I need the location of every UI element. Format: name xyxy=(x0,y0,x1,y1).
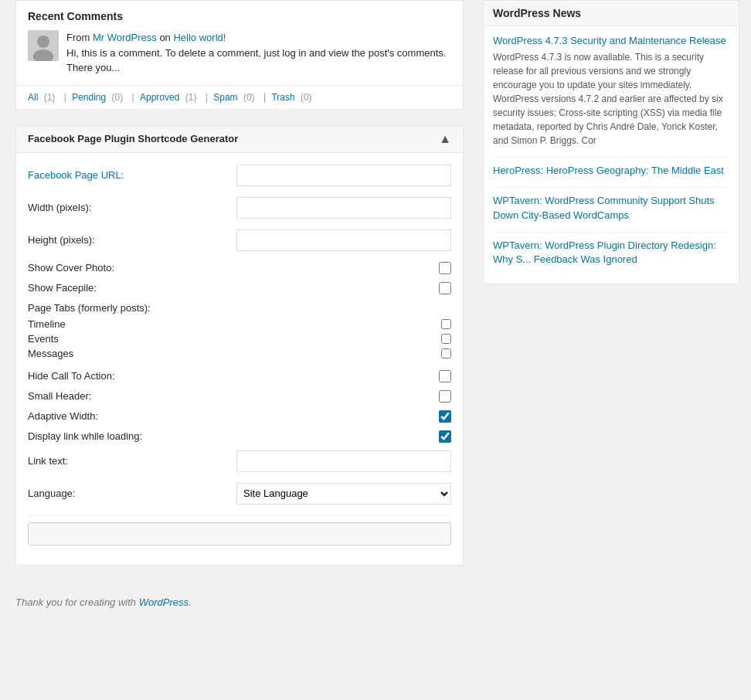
news-divider-0 xyxy=(493,157,729,158)
width-label: Width (pixels): xyxy=(28,202,236,213)
page-url-label: Facebook Page URL: xyxy=(28,169,236,181)
collapse-arrow-icon[interactable]: ▲ xyxy=(439,132,451,146)
news-item-title-3[interactable]: WPTavern: WordPress Plugin Directory Red… xyxy=(493,239,729,267)
page-url-input[interactable] xyxy=(236,165,451,186)
news-item-0: WordPress 4.7.3 Security and Maintenance… xyxy=(493,34,729,148)
comment-from: From xyxy=(66,32,93,43)
timeline-label: Timeline xyxy=(28,318,428,330)
generate-button[interactable] xyxy=(28,522,451,545)
events-row: Events xyxy=(28,333,451,345)
adaptive-width-checkbox[interactable] xyxy=(439,410,451,423)
height-row: Height (pixels): xyxy=(28,229,451,251)
news-item-title-1[interactable]: HeroPress: HeroPress Geography: The Midd… xyxy=(493,164,729,178)
language-row: Language: Site Language English French S… xyxy=(28,483,451,505)
page-tabs-label: Page Tabs (formerly posts): xyxy=(28,302,451,314)
link-text-label: Link text: xyxy=(28,455,236,467)
comment-filter-bar: All (1) | Pending (0) | Approved (1) | S… xyxy=(16,85,463,109)
news-header: WordPress News xyxy=(484,1,739,26)
show-facepile-checkbox[interactable] xyxy=(439,282,451,294)
filter-pending[interactable]: Pending xyxy=(72,92,106,103)
hide-cta-row: Hide Call To Action: xyxy=(28,370,451,382)
hide-cta-checkbox[interactable] xyxy=(439,370,451,382)
comment-on-text: on xyxy=(157,32,174,43)
news-item-1: HeroPress: HeroPress Geography: The Midd… xyxy=(493,164,729,178)
small-header-checkbox[interactable] xyxy=(439,390,451,403)
comment-excerpt: Hi, this is a comment. To delete a comme… xyxy=(66,46,451,76)
plugin-body: Facebook Page URL: Width (pixels): Heigh… xyxy=(16,153,463,565)
wordpress-link[interactable]: WordPress xyxy=(139,596,189,608)
footer: Thank you for creating with WordPress. xyxy=(0,581,479,624)
news-item-title-0[interactable]: WordPress 4.7.3 Security and Maintenance… xyxy=(493,34,729,48)
language-label: Language: xyxy=(28,488,236,499)
width-row: Width (pixels): xyxy=(28,197,451,219)
recent-comments-title: Recent Comments xyxy=(28,10,451,22)
messages-row: Messages xyxy=(28,348,451,359)
recent-comments-widget: Recent Comments From Mr WordPress on Hel… xyxy=(15,0,464,110)
page-url-row: Facebook Page URL: xyxy=(28,165,451,186)
small-header-row: Small Header: xyxy=(28,390,451,403)
facebook-plugin-box: Facebook Page Plugin Shortcode Generator… xyxy=(15,125,464,566)
sidebar: WordPress News WordPress 4.7.3 Security … xyxy=(479,0,751,700)
events-checkbox[interactable] xyxy=(441,334,451,344)
filter-approved[interactable]: Approved xyxy=(140,92,179,103)
page-tabs-section: Page Tabs (formerly posts): Timeline Eve… xyxy=(28,302,451,359)
show-cover-row: Show Cover Photo: xyxy=(28,262,451,274)
display-link-checkbox[interactable] xyxy=(439,430,451,443)
news-item-title-2[interactable]: WPTavern: WordPress Community Support Sh… xyxy=(493,194,729,222)
svg-point-1 xyxy=(37,36,49,48)
show-facepile-label: Show Facepile: xyxy=(28,282,236,294)
news-item-excerpt-0: WordPress 4.7.3 is now available. This i… xyxy=(493,50,729,148)
timeline-row: Timeline xyxy=(28,318,451,330)
adaptive-width-row: Adaptive Width: xyxy=(28,410,451,423)
timeline-checkbox[interactable] xyxy=(441,319,451,329)
comment-body: From Mr WordPress on Hello world! Hi, th… xyxy=(66,30,451,76)
news-item-3: WPTavern: WordPress Plugin Directory Red… xyxy=(493,239,729,267)
adaptive-width-label: Adaptive Width: xyxy=(28,410,236,422)
filter-all[interactable]: All xyxy=(28,92,38,103)
events-label: Events xyxy=(28,333,428,345)
plugin-title: Facebook Page Plugin Shortcode Generator xyxy=(28,133,238,144)
height-input[interactable] xyxy=(236,229,451,251)
hide-cta-label: Hide Call To Action: xyxy=(28,370,236,382)
footer-text-after: . xyxy=(189,596,192,608)
link-text-row: Link text: xyxy=(28,450,451,472)
width-input[interactable] xyxy=(236,197,451,219)
news-divider-1 xyxy=(493,187,729,188)
messages-checkbox[interactable] xyxy=(441,348,451,358)
link-text-input[interactable] xyxy=(236,450,451,472)
show-facepile-row: Show Facepile: xyxy=(28,282,451,294)
comment-post-link[interactable]: Hello world! xyxy=(173,32,226,43)
language-select[interactable]: Site Language English French Spanish Ger… xyxy=(236,483,451,505)
footer-text-before: Thank you for creating with xyxy=(15,596,139,608)
messages-label: Messages xyxy=(28,348,428,359)
avatar xyxy=(28,30,59,61)
small-header-label: Small Header: xyxy=(28,390,236,402)
comment-item: From Mr WordPress on Hello world! Hi, th… xyxy=(28,30,451,76)
news-body: WordPress 4.7.3 Security and Maintenance… xyxy=(484,26,739,284)
filter-spam[interactable]: Spam xyxy=(213,92,237,103)
height-label: Height (pixels): xyxy=(28,234,236,246)
news-item-2: WPTavern: WordPress Community Support Sh… xyxy=(493,194,729,222)
plugin-header: Facebook Page Plugin Shortcode Generator… xyxy=(16,126,463,153)
filter-trash[interactable]: Trash xyxy=(271,92,294,103)
show-cover-checkbox[interactable] xyxy=(439,262,451,274)
wordpress-news-box: WordPress News WordPress 4.7.3 Security … xyxy=(483,0,739,284)
news-divider-2 xyxy=(493,232,729,233)
comment-author-link[interactable]: Mr WordPress xyxy=(93,32,157,43)
show-cover-label: Show Cover Photo: xyxy=(28,262,236,274)
generate-row xyxy=(28,515,451,553)
display-link-label: Display link while loading: xyxy=(28,430,236,442)
display-link-row: Display link while loading: xyxy=(28,430,451,443)
